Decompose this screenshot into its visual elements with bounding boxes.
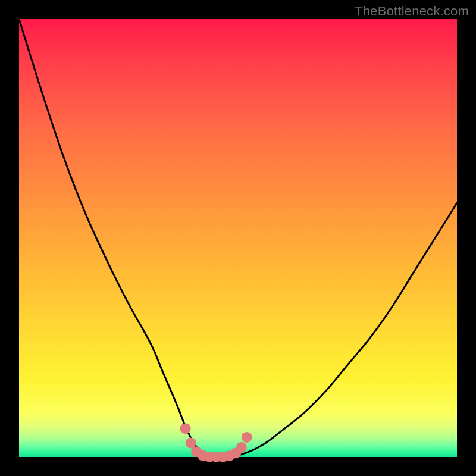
plot-area: [19, 19, 457, 457]
marker-layer: [180, 423, 252, 462]
curve-layer: [19, 19, 457, 458]
outer-frame: TheBottleneck.com: [0, 0, 476, 476]
bottleneck-curve: [19, 19, 457, 458]
chart-svg: [19, 19, 457, 457]
watermark-text: TheBottleneck.com: [355, 4, 469, 19]
trough-marker: [186, 437, 196, 448]
trough-marker: [180, 423, 191, 434]
trough-marker: [242, 432, 252, 443]
trough-marker: [236, 442, 247, 453]
